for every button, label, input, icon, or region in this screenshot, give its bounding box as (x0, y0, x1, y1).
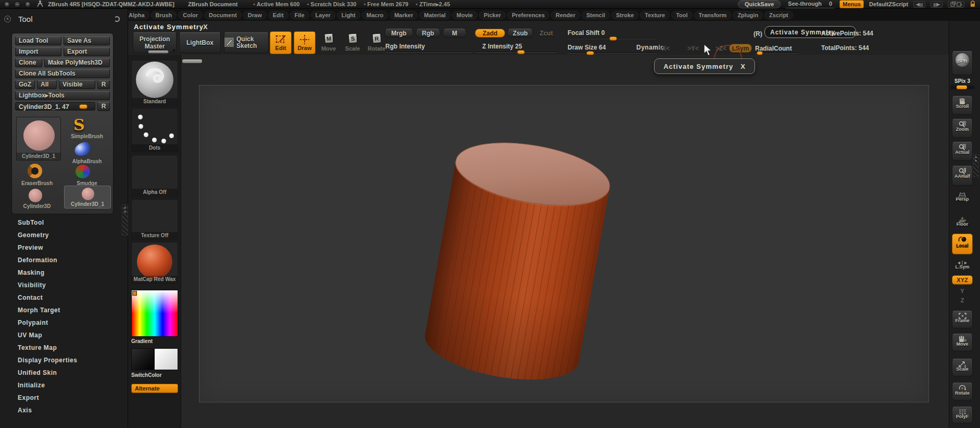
zcut-button[interactable]: Zcut (535, 29, 557, 38)
main-color-swatch[interactable] (131, 348, 154, 370)
section-display-properties[interactable]: Display Properties (0, 354, 125, 366)
current-texture-button[interactable]: Texture Off (131, 199, 178, 240)
see-through-slider[interactable]: See-through 0 (786, 1, 834, 8)
actual-button[interactable]: Actual (952, 142, 973, 161)
menu-light[interactable]: Light (337, 11, 360, 19)
menu-draw[interactable]: Draw (243, 11, 267, 19)
current-brush-button[interactable]: Standard (131, 60, 178, 106)
section-initialize[interactable]: Initialize (0, 379, 125, 392)
make-polymesh3d-button[interactable]: Make PolyMesh3D (44, 58, 110, 67)
menu-material[interactable]: Material (419, 11, 450, 19)
current-alpha-button[interactable]: Alpha Off (131, 155, 178, 197)
current-tool-slider-handle[interactable] (79, 104, 87, 109)
z-intensity-handle[interactable] (517, 50, 525, 54)
z-constraint-button[interactable]: Z (952, 297, 973, 304)
mrgb-button[interactable]: Mrgb (384, 29, 413, 38)
section-subtool[interactable]: SubTool (0, 216, 125, 229)
active-tool-thumbnail[interactable]: Cylinder3D_1 (16, 117, 61, 161)
menu-picker[interactable]: Picker (479, 11, 506, 19)
section-masking[interactable]: Masking (0, 266, 125, 279)
local-button[interactable]: Local (952, 234, 973, 254)
section-visibility[interactable]: Visibility (0, 279, 125, 291)
polyframe-button[interactable]: PolyF (952, 407, 973, 423)
right-tray-divider-icon[interactable]: |||▶ (931, 1, 943, 8)
draw-size-slider[interactable]: Draw Size 64 (568, 44, 606, 51)
menu-stroke[interactable]: Stroke (611, 11, 638, 19)
rotate-button[interactable]: R Rotate (367, 33, 386, 52)
section-export[interactable]: Export (0, 392, 125, 404)
section-morph-target[interactable]: Morph Target (0, 304, 125, 316)
menu-movie[interactable]: Movie (452, 11, 478, 19)
menu-zscript[interactable]: Zscript (764, 11, 793, 19)
section-preview[interactable]: Preview (0, 241, 125, 254)
lightbox-button[interactable]: LightBox (179, 32, 221, 53)
save-as-button[interactable]: Save As (64, 36, 110, 45)
lightbox-tools-button[interactable]: Lightbox▸Tools (15, 91, 110, 100)
import-button[interactable]: Import (15, 47, 61, 56)
alternate-button[interactable]: Alternate (131, 384, 178, 393)
scale-button[interactable]: S Scale (343, 33, 362, 52)
z-intensity-slider[interactable]: Z Intensity 25 (482, 43, 522, 50)
right-tray-scrollbar[interactable]: ▲▼ (973, 154, 979, 177)
menu-preferences[interactable]: Preferences (507, 11, 549, 19)
persp-button[interactable]: Persp (952, 190, 973, 205)
clone-button[interactable]: Clone (15, 58, 42, 67)
zoom-button[interactable]: Zoom (952, 119, 973, 138)
bpr-button[interactable]: BPR (952, 51, 973, 75)
cylinder3d-1-tool-selected[interactable]: Cylinder3D_1 (64, 186, 111, 209)
menu-document[interactable]: Document (204, 11, 242, 19)
lsym-button-sidebar[interactable]: L.Sym (952, 259, 973, 273)
frame-button[interactable]: Frame (952, 311, 973, 328)
z-intensity-track[interactable] (475, 52, 557, 53)
sym-x-button[interactable]: >X< (658, 45, 670, 52)
menu-layer[interactable]: Layer (311, 11, 335, 19)
tool-r-button[interactable]: R (97, 102, 110, 111)
menu-color[interactable]: Color (178, 11, 203, 19)
zadd-button[interactable]: Zadd (475, 29, 505, 38)
xyz-button[interactable]: XYZ (952, 275, 973, 285)
menus-toggle-button[interactable]: Menus (839, 0, 864, 8)
spix-handle[interactable] (957, 85, 967, 89)
current-tool-slider[interactable]: Cylinder3D_1. 47 (15, 102, 95, 111)
focal-shift-slider[interactable]: Focal Shift 0 (568, 29, 605, 36)
spix-slider[interactable]: SPix 3 (950, 77, 974, 89)
export-button[interactable]: Export (64, 47, 110, 56)
tab-close-icon[interactable]: X (203, 23, 208, 31)
section-axis[interactable]: Axis (0, 404, 125, 417)
goz-r-button[interactable]: R (97, 80, 110, 89)
left-tray-divider-icon[interactable]: ◀||| (913, 1, 925, 8)
document-canvas[interactable] (199, 85, 929, 402)
tool-palette-refresh-icon[interactable] (114, 16, 120, 22)
rgb-intensity-slider[interactable]: Rgb Intensity (385, 43, 425, 50)
goz-button[interactable]: GoZ (15, 80, 35, 89)
section-uv-map[interactable]: UV Map (0, 329, 125, 341)
menu-texture[interactable]: Texture (640, 11, 670, 19)
floor-button[interactable]: Floor (952, 215, 973, 230)
section-polypaint[interactable]: Polypaint (0, 316, 125, 329)
tray-scrollbar[interactable]: ▲▼ (122, 204, 128, 236)
quicksave-button[interactable]: QuickSave (738, 0, 781, 8)
scroll-button[interactable]: Scroll (952, 96, 973, 115)
focal-shift-handle[interactable] (609, 36, 617, 41)
menu-file[interactable]: File (290, 11, 309, 19)
menu-marker[interactable]: Marker (390, 11, 418, 19)
menu-zplugin[interactable]: Zplugin (733, 11, 763, 19)
lock-icon[interactable] (970, 1, 976, 8)
scale-view-button[interactable]: Scale (952, 359, 973, 376)
move-button[interactable]: M Move (319, 33, 338, 52)
quick-sketch-button[interactable]: Quick Sketch (224, 32, 269, 53)
shelf-drag-handle[interactable] (148, 50, 169, 54)
secondary-color-swatch[interactable] (154, 348, 178, 370)
section-unified-skin[interactable]: Unified Skin (0, 366, 125, 379)
rgb-intensity-track[interactable] (385, 52, 472, 53)
menu-brush[interactable]: Brush (151, 11, 177, 19)
menu-edit[interactable]: Edit (268, 11, 288, 19)
default-zscript-button[interactable]: DefaultZScript (869, 1, 908, 7)
draw-size-track[interactable] (568, 53, 657, 54)
section-deformation[interactable]: Deformation (0, 254, 125, 266)
window-stack-icon[interactable] (948, 1, 964, 8)
goz-visible-button[interactable]: Visible (59, 80, 95, 89)
m-button[interactable]: M (443, 29, 467, 38)
section-geometry[interactable]: Geometry (0, 229, 125, 241)
tooltip-close-icon[interactable]: X (740, 63, 746, 70)
